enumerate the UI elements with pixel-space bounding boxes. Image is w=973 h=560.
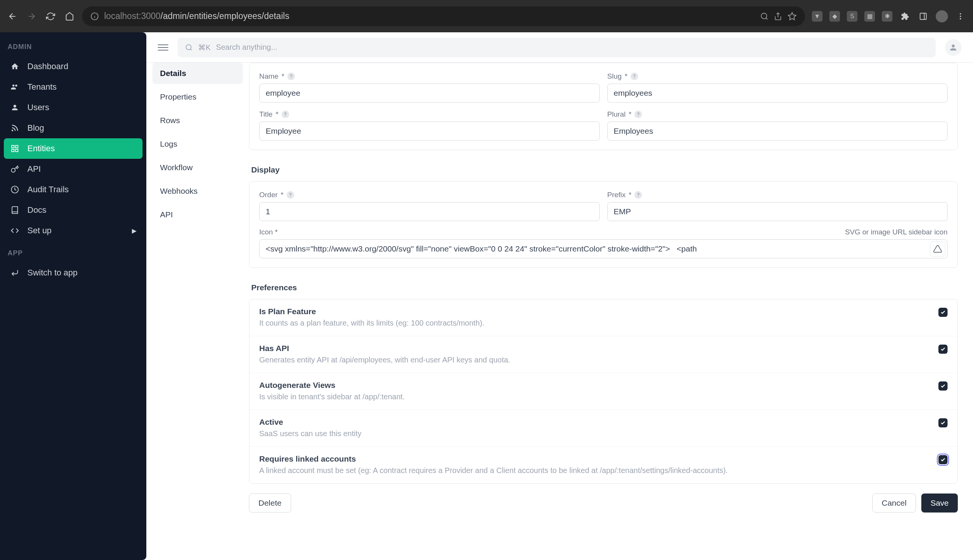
entity-subnav: Details Properties Rows Logs Workflow We… xyxy=(146,63,249,560)
sidebar-toggle[interactable] xyxy=(158,42,169,53)
content-row: Details Properties Rows Logs Workflow We… xyxy=(146,63,973,560)
pref-desc: Is visible in tenant's sidebar at /app/:… xyxy=(259,391,929,402)
svg-point-8 xyxy=(960,13,961,15)
pref-title: Autogenerate Views xyxy=(259,381,929,390)
pref-title: Active xyxy=(259,418,929,427)
field-name: Name * ? xyxy=(259,72,600,103)
title-input[interactable] xyxy=(259,122,600,140)
pref-autogen-views: Autogenerate Views Is visible in tenant'… xyxy=(249,373,957,410)
return-icon xyxy=(10,268,20,278)
reload-button[interactable] xyxy=(45,11,56,22)
order-input[interactable] xyxy=(259,202,600,221)
sidebar-section-app: APP xyxy=(4,248,142,263)
name-input[interactable] xyxy=(259,83,600,103)
sidebar-item-dashboard[interactable]: Dashboard xyxy=(4,56,142,77)
sidebar-item-label: Docs xyxy=(27,205,47,215)
user-menu-button[interactable] xyxy=(945,39,961,56)
sidebar-item-label: API xyxy=(27,164,41,174)
pref-checkbox[interactable] xyxy=(938,382,948,390)
search-placeholder: Search anything... xyxy=(216,43,277,52)
cancel-button[interactable]: Cancel xyxy=(872,493,916,513)
extension-icon[interactable]: ✱ xyxy=(882,11,893,22)
panel-display: Order * ? Prefix * ? Icon * SVG xyxy=(249,181,958,268)
pref-checkbox[interactable] xyxy=(938,345,948,354)
sidebar-item-blog[interactable]: Blog xyxy=(4,118,142,138)
sidebar-item-switch-app[interactable]: Switch to app xyxy=(4,263,142,283)
svg-rect-13 xyxy=(16,145,18,148)
sidebar-item-audit[interactable]: Audit Trails xyxy=(4,179,142,200)
subnav-properties[interactable]: Properties xyxy=(152,86,243,108)
plural-input[interactable] xyxy=(607,122,948,140)
subnav-details[interactable]: Details xyxy=(152,63,243,84)
hint-icon[interactable]: ? xyxy=(287,191,294,199)
profile-avatar[interactable] xyxy=(936,10,948,22)
extensions-puzzle-icon[interactable] xyxy=(899,11,911,22)
sidebar-item-tenants[interactable]: Tenants xyxy=(4,77,142,97)
sidebar-item-label: Users xyxy=(27,103,49,112)
browser-extensions: ▼ ◆ S ▦ ✱ xyxy=(812,10,966,22)
field-title: Title * ? xyxy=(259,110,600,140)
sidebar-item-api[interactable]: API xyxy=(4,159,142,179)
prefix-label: Prefix * ? xyxy=(607,191,948,199)
pref-desc: Generates entity API at /api/employees, … xyxy=(259,355,929,365)
pref-checkbox[interactable] xyxy=(938,418,948,427)
subnav-logs[interactable]: Logs xyxy=(152,133,243,155)
svg-point-3 xyxy=(761,13,767,18)
pref-title: Is Plan Feature xyxy=(259,307,929,316)
pref-desc: SaaS users can use this entity xyxy=(259,428,929,439)
clock-icon xyxy=(10,185,20,195)
subnav-workflow[interactable]: Workflow xyxy=(152,157,243,178)
search-icon xyxy=(185,44,193,51)
field-prefix: Prefix * ? xyxy=(607,191,948,221)
hint-icon[interactable]: ? xyxy=(287,73,295,80)
user-icon xyxy=(949,43,958,52)
form-actions: Delete Cancel Save xyxy=(249,493,958,513)
sidebar-item-label: Switch to app xyxy=(27,268,78,278)
extension-icon[interactable]: ◆ xyxy=(829,11,840,22)
back-button[interactable] xyxy=(7,11,18,22)
hint-icon[interactable]: ? xyxy=(631,73,638,80)
delete-button[interactable]: Delete xyxy=(249,493,291,513)
subnav-webhooks[interactable]: Webhooks xyxy=(152,180,243,202)
hint-icon[interactable]: ? xyxy=(634,110,642,118)
search-box[interactable]: ⌘K Search anything... xyxy=(177,38,936,57)
sidebar-item-setup[interactable]: Set up ▶ xyxy=(4,220,142,241)
forward-button[interactable] xyxy=(26,11,37,22)
field-slug: Slug * ? xyxy=(607,72,948,103)
sidebar-item-users[interactable]: Users xyxy=(4,97,142,118)
browser-chrome: localhost:3000/admin/entities/employees/… xyxy=(0,0,973,32)
sidebar-item-entities[interactable]: Entities xyxy=(4,138,142,159)
star-icon[interactable] xyxy=(788,12,797,21)
pref-checkbox[interactable] xyxy=(938,455,948,464)
browser-nav xyxy=(7,11,75,22)
search-shortcut: ⌘K xyxy=(198,43,210,52)
extension-icon[interactable]: ▦ xyxy=(864,11,875,22)
hint-icon[interactable]: ? xyxy=(634,191,642,199)
sidebar-item-docs[interactable]: Docs xyxy=(4,200,142,220)
panel-preferences: Is Plan Feature It counts as a plan feat… xyxy=(249,299,958,483)
subnav-api[interactable]: API xyxy=(152,204,243,225)
chevron-right-icon: ▶ xyxy=(132,227,137,234)
extension-icon[interactable]: ▼ xyxy=(812,11,823,22)
home-button[interactable] xyxy=(64,11,75,22)
name-label: Name * ? xyxy=(259,72,600,80)
save-button[interactable]: Save xyxy=(921,493,958,513)
sidebar: ADMIN Dashboard Tenants Users Blog Entit… xyxy=(0,32,146,560)
pref-checkbox[interactable] xyxy=(938,308,948,317)
extension-icon[interactable]: S xyxy=(847,11,858,22)
svg-rect-6 xyxy=(920,13,926,19)
svg-marker-5 xyxy=(788,13,796,20)
icon-input[interactable] xyxy=(259,239,948,258)
hint-icon[interactable]: ? xyxy=(282,110,289,118)
subnav-rows[interactable]: Rows xyxy=(152,110,243,131)
app-root: ADMIN Dashboard Tenants Users Blog Entit… xyxy=(0,32,973,560)
url-bar[interactable]: localhost:3000/admin/entities/employees/… xyxy=(82,7,805,26)
panel-icon[interactable] xyxy=(918,11,929,22)
share-icon[interactable] xyxy=(774,12,782,20)
slug-input[interactable] xyxy=(607,83,948,103)
kebab-menu-icon[interactable] xyxy=(955,11,966,22)
search-icon[interactable] xyxy=(760,12,769,20)
field-order: Order * ? xyxy=(259,191,600,221)
prefix-input[interactable] xyxy=(607,202,948,221)
section-display: Display xyxy=(249,160,958,181)
